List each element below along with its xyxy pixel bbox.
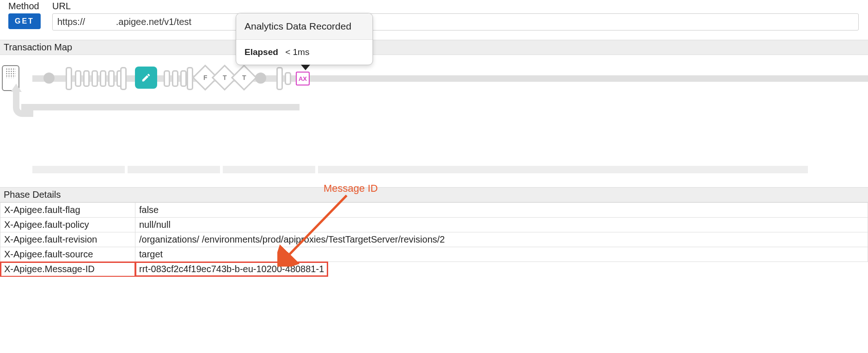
tooltip-elapsed-value: < 1ms xyxy=(285,47,309,57)
diamond-t[interactable]: T xyxy=(215,65,234,87)
phase-key: X-Apigee.fault-flag xyxy=(0,203,135,218)
step-pill[interactable] xyxy=(284,65,292,85)
transaction-map: F T T AX xyxy=(0,55,868,138)
table-row-highlighted: X-Apigee.Message-IDrrt-083cf2c4f19ec743b… xyxy=(0,262,868,277)
tooltip-caret-icon xyxy=(301,65,310,70)
phase-key: X-Apigee.Message-ID xyxy=(0,262,135,277)
return-flow-arrow xyxy=(13,91,300,114)
tooltip-body: Elapsed < 1ms xyxy=(236,40,373,65)
step-circle[interactable] xyxy=(43,65,55,86)
method-label: Method xyxy=(8,0,52,13)
step-pill[interactable] xyxy=(65,65,73,90)
diamond-t[interactable]: T xyxy=(235,65,253,87)
diamond-label: T xyxy=(223,74,227,81)
diamond-f[interactable]: F xyxy=(196,65,214,87)
phase-key: X-Apigee.fault-source xyxy=(0,247,135,262)
step-pill[interactable] xyxy=(275,65,284,90)
edit-step-icon[interactable] xyxy=(135,65,157,89)
diamond-label: F xyxy=(203,74,208,81)
segment[interactable] xyxy=(223,166,315,173)
phase-value: target xyxy=(135,247,868,262)
annotation-message-id: Message ID xyxy=(324,183,378,195)
phase-value: null/null xyxy=(135,218,868,232)
segment[interactable] xyxy=(32,166,125,173)
request-row: Method GET URL xyxy=(0,0,868,30)
table-row: X-Apigee.fault-flagfalse xyxy=(0,203,868,218)
tooltip-analytics: Analytics Data Recorded Elapsed < 1ms xyxy=(236,13,373,65)
url-label: URL xyxy=(52,0,859,13)
phase-value: false xyxy=(135,203,868,218)
phase-details-title: Phase Details xyxy=(0,187,868,202)
table-row: X-Apigee.fault-revision/organizations/ /… xyxy=(0,232,868,247)
diamond-label: T xyxy=(242,74,246,81)
segment[interactable] xyxy=(128,166,220,173)
transaction-map-title: Transaction Map xyxy=(0,40,868,55)
step-circle[interactable] xyxy=(255,65,266,86)
map-track xyxy=(32,75,868,82)
url-input[interactable] xyxy=(52,13,859,30)
table-row: X-Apigee.fault-sourcetarget xyxy=(0,247,868,262)
step-pill[interactable] xyxy=(163,65,188,87)
segment[interactable] xyxy=(318,166,808,173)
tooltip-title: Analytics Data Recorded xyxy=(236,13,373,40)
timeline-segments xyxy=(32,166,868,173)
phase-value: rrt-083cf2c4f19ec743b-b-eu-10200-480881-… xyxy=(135,262,328,276)
method-button[interactable]: GET xyxy=(8,13,41,29)
tooltip-elapsed-label: Elapsed xyxy=(245,47,278,57)
phase-value: /organizations/ /environments/prod/apipr… xyxy=(135,232,868,247)
ax-label: AX xyxy=(299,75,307,82)
step-pill[interactable] xyxy=(74,65,124,87)
phase-details-table: X-Apigee.fault-flagfalse X-Apigee.fault-… xyxy=(0,202,868,277)
phase-key: X-Apigee.fault-policy xyxy=(0,218,135,232)
step-pill[interactable] xyxy=(119,65,128,90)
phase-key: X-Apigee.fault-revision xyxy=(0,232,135,247)
table-row: X-Apigee.fault-policynull/null xyxy=(0,218,868,232)
